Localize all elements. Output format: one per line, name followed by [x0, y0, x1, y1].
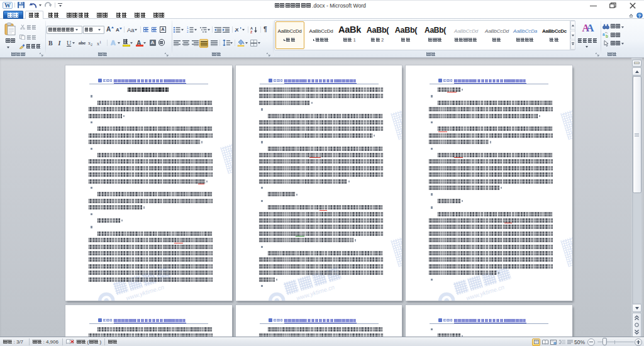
svg-text:b: b: [606, 34, 608, 38]
svg-text:1.: 1.: [187, 26, 189, 30]
svg-text:Z: Z: [250, 30, 253, 33]
svg-text:2.: 2.: [187, 30, 189, 33]
svg-text:W: W: [4, 2, 11, 9]
svg-text:a: a: [602, 32, 605, 36]
